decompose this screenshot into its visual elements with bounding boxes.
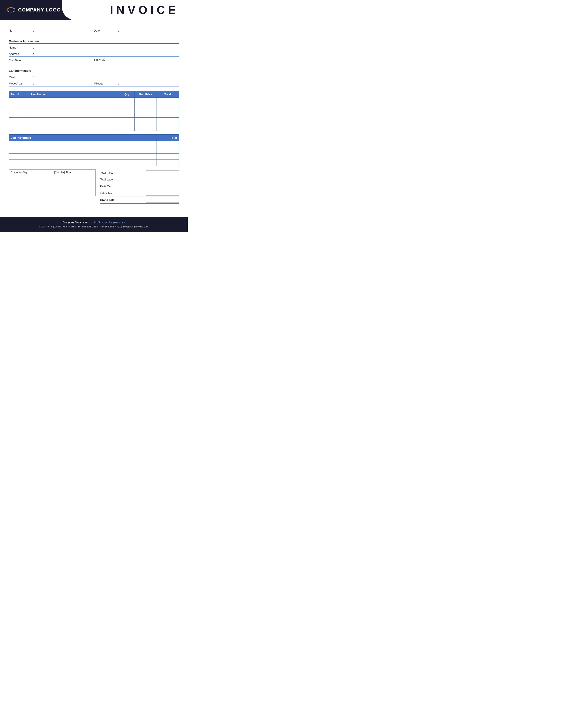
- cashier-sign-label: [Cashier] Sign: [54, 171, 71, 174]
- parts-cell-unit[interactable]: [135, 124, 157, 131]
- model-value[interactable]: [36, 81, 94, 85]
- parts-cell-total[interactable]: [157, 104, 179, 111]
- col-part-name: Part Name: [29, 91, 119, 98]
- cashier-sign-box: [Cashier] Sign: [52, 169, 95, 196]
- mileage-value[interactable]: [121, 81, 179, 85]
- parts-cell-name[interactable]: [29, 111, 119, 118]
- total-labor-value[interactable]: [146, 177, 179, 182]
- customer-info-heading: Customer Information:: [9, 38, 179, 44]
- logo-icon: [6, 5, 16, 15]
- parts-cell-qty[interactable]: [119, 111, 135, 118]
- mileage-label: Mileage: [94, 82, 116, 85]
- date-colon: :: [118, 29, 119, 32]
- parts-cell-num[interactable]: [9, 104, 29, 111]
- model-year-label: Model/Year: [9, 82, 31, 85]
- parts-cell-qty[interactable]: [119, 124, 135, 131]
- parts-tax-label: Parts Tax: [100, 185, 111, 188]
- col-qty: Qty: [119, 91, 135, 98]
- footer-fax: 555-555-4321: [105, 225, 121, 228]
- parts-cell-unit[interactable]: [135, 104, 157, 111]
- footer-ph: 555-555-1234: [82, 225, 98, 228]
- parts-cell-name[interactable]: [29, 104, 119, 111]
- parts-table-header: Part # Part Name Qty Unit Price Total: [9, 91, 179, 98]
- name-colon: :: [33, 46, 34, 49]
- footer-website[interactable]: http://freewordtemplates.net/: [93, 221, 125, 223]
- total-parts-value[interactable]: [146, 170, 179, 175]
- footer-pipe1: |: [90, 221, 92, 223]
- car-info-heading: Car Information:: [9, 68, 179, 73]
- no-value[interactable]: [36, 28, 94, 32]
- parts-cell-unit[interactable]: [135, 111, 157, 118]
- name-label: Name: [9, 46, 31, 49]
- address-value[interactable]: [36, 52, 179, 56]
- parts-cell-num[interactable]: [9, 111, 29, 118]
- no-date-row: No : Date :: [9, 28, 179, 33]
- footer-address: 8030 Harrington Rd, Miami, USA: [39, 225, 76, 228]
- parts-cell-num[interactable]: [9, 98, 29, 104]
- totals-area: Total Parts Total Labor Parts Tax Labor …: [100, 169, 179, 204]
- job-row: [9, 160, 179, 166]
- city-value[interactable]: [36, 58, 94, 62]
- parts-cell-unit[interactable]: [135, 98, 157, 104]
- job-cell-total[interactable]: [157, 154, 179, 160]
- footer-sep1: | Ph: [77, 225, 82, 228]
- parts-cell-name[interactable]: [29, 118, 119, 124]
- parts-cell-num[interactable]: [9, 124, 29, 131]
- zip-value[interactable]: [121, 58, 179, 62]
- job-cell-total[interactable]: [157, 160, 179, 166]
- grand-total-row: Grand Total: [100, 197, 179, 204]
- job-cell-desc[interactable]: [9, 141, 157, 147]
- footer-email: info@companyinc.com: [123, 225, 148, 228]
- parts-cell-total[interactable]: [157, 98, 179, 104]
- no-colon: :: [33, 29, 34, 32]
- invoice-title: INVOICE: [110, 3, 179, 17]
- labor-tax-label: Labor Tax: [100, 192, 112, 195]
- header-right: INVOICE: [71, 0, 188, 20]
- parts-cell-num[interactable]: [9, 118, 29, 124]
- mileage-field: Mileage :: [94, 81, 179, 85]
- parts-cell-total[interactable]: [157, 124, 179, 131]
- logo-area: COMPANY LOGO: [0, 0, 71, 20]
- job-cell-desc[interactable]: [9, 160, 157, 166]
- job-cell-desc[interactable]: [9, 147, 157, 154]
- col-part-num: Part #: [9, 91, 29, 98]
- footer-line1: Company System Inc. | http://freewordtem…: [4, 220, 183, 225]
- parts-row: [9, 124, 179, 131]
- parts-cell-unit[interactable]: [135, 118, 157, 124]
- address-row: Address :: [9, 51, 179, 57]
- parts-cell-qty[interactable]: [119, 98, 135, 104]
- footer-company-name: Company System Inc.: [63, 221, 89, 223]
- zip-label: ZIP Code: [94, 59, 116, 62]
- zip-field: ZIP Code :: [94, 58, 179, 62]
- job-cell-total[interactable]: [157, 141, 179, 147]
- col-total: Total: [157, 91, 179, 98]
- name-value[interactable]: [36, 45, 179, 49]
- city-state-label: City/State: [9, 59, 31, 62]
- make-value[interactable]: [36, 75, 179, 79]
- footer-line2: 8030 Harrington Rd, Miami, USA | Ph 555-…: [4, 225, 183, 229]
- zip-colon: :: [118, 59, 119, 62]
- parts-row: [9, 111, 179, 118]
- parts-cell-total[interactable]: [157, 111, 179, 118]
- job-row: [9, 147, 179, 154]
- mileage-colon: :: [118, 82, 119, 85]
- no-field: No :: [9, 28, 94, 32]
- job-cell-desc[interactable]: [9, 154, 157, 160]
- parts-cell-name[interactable]: [29, 98, 119, 104]
- date-value[interactable]: [121, 28, 179, 32]
- page-header: COMPANY LOGO INVOICE: [0, 0, 188, 20]
- parts-cell-qty[interactable]: [119, 104, 135, 111]
- customer-sign-label: Customer Sign: [11, 171, 28, 174]
- logo: COMPANY LOGO: [6, 5, 61, 15]
- parts-tax-value[interactable]: [146, 184, 179, 189]
- labor-tax-value[interactable]: [146, 191, 179, 196]
- parts-cell-total[interactable]: [157, 118, 179, 124]
- total-labor-row: Total Labor: [100, 176, 179, 183]
- grand-total-value[interactable]: [146, 198, 179, 203]
- parts-row: [9, 104, 179, 111]
- parts-cell-name[interactable]: [29, 124, 119, 131]
- footer-sep2: | Fax: [98, 225, 105, 228]
- signature-boxes: Customer Sign [Cashier] Sign: [9, 169, 96, 204]
- job-cell-total[interactable]: [157, 147, 179, 154]
- parts-cell-qty[interactable]: [119, 118, 135, 124]
